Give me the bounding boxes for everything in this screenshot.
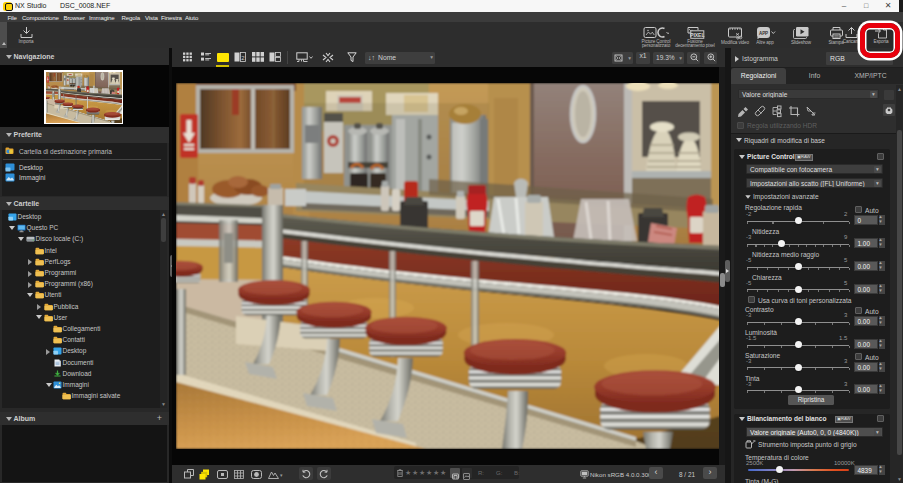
svg-text:PIXEL: PIXEL — [690, 31, 705, 37]
svg-text:2: 2 — [241, 55, 245, 61]
svg-text:APP: APP — [759, 30, 768, 35]
